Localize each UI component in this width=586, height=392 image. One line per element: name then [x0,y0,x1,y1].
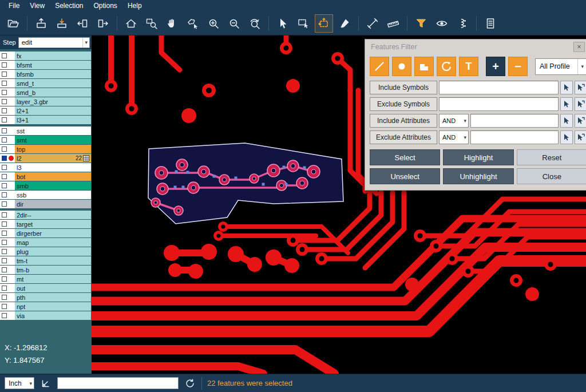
line-tool-button[interactable] [370,57,389,76]
layer-visibility-checkbox[interactable] [2,212,7,217]
layer-row[interactable]: fx [0,52,91,60]
filter-row-label-button[interactable]: Include Symbols [370,81,437,94]
layer-visibility-checkbox[interactable] [2,221,7,227]
layer-visibility-checkbox[interactable] [2,108,7,113]
and-operator-select[interactable]: AND ▾ [439,114,469,128]
filter-button[interactable] [413,15,430,32]
filter-row-input[interactable] [439,97,559,111]
home-button[interactable] [122,15,140,32]
layer-visibility-checkbox[interactable] [2,72,7,77]
measure-line-button[interactable] [364,15,381,32]
layer-grid-icon[interactable] [83,155,89,161]
layer-visibility-checkbox[interactable] [2,192,7,197]
filter-row-label-button[interactable]: Include Attributes [370,114,437,128]
menu-item[interactable]: Options [89,1,122,11]
pan-button[interactable] [164,15,181,32]
pick-from-list-button[interactable] [575,97,586,111]
layer-row[interactable]: sst [0,126,91,135]
layer-row[interactable]: layer_3.gbr [0,97,91,106]
zoom-out-button[interactable] [225,15,243,32]
transform-select-button[interactable] [315,15,332,32]
layer-row[interactable]: l2+1 [0,106,91,115]
zoom-in-button[interactable] [205,15,222,32]
dialog-button[interactable]: Select [370,149,440,165]
layer-visibility-checkbox[interactable] [2,165,7,170]
pick-from-screen-button[interactable] [560,114,573,128]
filter-row-input[interactable] [470,130,559,144]
arc-tool-button[interactable] [437,57,456,76]
surface-tool-button[interactable] [414,57,434,76]
layer-visibility-checkbox[interactable] [2,295,7,300]
layer-row[interactable]: target [0,220,91,228]
layer-visibility-checkbox[interactable] [2,313,7,318]
origin-button[interactable] [39,377,52,390]
pick-from-list-button[interactable] [575,81,586,94]
unit-select[interactable]: Inch ▾ [5,377,34,389]
layer-visibility-checkbox[interactable] [2,240,7,245]
pick-from-list-button[interactable] [575,130,586,144]
pad-tool-button[interactable] [392,57,411,76]
active-layer-indicator[interactable] [7,156,15,161]
layer-row[interactable]: l3 [0,163,91,172]
layer-visibility-checkbox[interactable] [2,117,7,122]
layer-visibility-checkbox[interactable] [2,99,7,104]
layer-visibility-checkbox[interactable] [2,183,7,188]
layer-row[interactable]: out [0,284,91,292]
layer-visibility-checkbox[interactable] [2,137,7,142]
layer-row[interactable]: bfsmb [0,70,91,78]
layer-row[interactable]: ssb [0,191,91,199]
filter-row-input[interactable] [439,81,559,94]
filter-row-input[interactable] [470,114,559,128]
layer-row[interactable]: tm-t [0,256,91,265]
layer-row[interactable]: npt [0,302,91,311]
menu-item[interactable]: File [3,1,25,11]
shift-right-button[interactable] [94,15,112,32]
zoom-refresh-button[interactable] [246,15,263,32]
layer-visibility-checkbox[interactable] [2,174,7,179]
command-input[interactable] [57,377,179,389]
layer-row[interactable]: pth [0,293,91,302]
layer-row[interactable]: tm-b [0,266,91,274]
layer-visibility-checkbox[interactable] [2,146,7,152]
visibility-button[interactable] [433,15,450,32]
open-folder-button[interactable] [5,15,22,32]
layer-visibility-checkbox[interactable] [2,53,7,58]
layer-visibility-checkbox[interactable] [2,90,7,95]
layer-row[interactable]: via [0,311,91,320]
menu-item[interactable]: Selection [50,1,88,11]
step-select[interactable]: edit ▾ [18,37,90,48]
zoom-area-button[interactable] [143,15,160,32]
layer-visibility-checkbox[interactable] [2,231,7,236]
layer-row[interactable]: l2 22 [0,154,91,163]
layer-row[interactable]: smd_t [0,79,91,88]
pick-from-screen-button[interactable] [560,81,573,94]
layer-visibility-checkbox[interactable] [2,128,7,133]
dialog-button[interactable]: Close [517,168,586,184]
layer-visibility-checkbox[interactable] [2,62,7,68]
dialog-button[interactable]: Unhighlight [443,168,513,184]
rect-select-button[interactable] [295,15,312,32]
layer-row[interactable]: top [0,145,91,153]
layer-row[interactable]: 2dir-- [0,211,91,219]
layer-visibility-checkbox[interactable] [2,267,7,272]
layer-visibility-checkbox[interactable] [2,156,7,161]
layer-row[interactable]: bot [0,172,91,181]
layer-row[interactable]: smt [0,136,91,144]
filter-row-label-button[interactable]: Exclude Symbols [370,97,437,111]
layer-visibility-checkbox[interactable] [2,286,7,291]
layer-row[interactable]: plug [0,247,91,256]
layer-row[interactable]: smd_b [0,88,91,97]
menu-item[interactable]: Help [122,1,147,11]
layer-row[interactable]: mt [0,275,91,283]
report-button[interactable] [482,15,499,32]
layer-visibility-checkbox[interactable] [2,276,7,282]
dialog-button[interactable]: Reset [517,149,586,165]
remove-icon[interactable]: − [508,57,528,76]
dialog-titlebar[interactable]: Features Filter × [365,39,586,54]
layer-row[interactable]: smb [0,181,91,190]
and-operator-select[interactable]: AND ▾ [439,130,469,144]
text-tool-button[interactable]: T [459,57,478,76]
dialog-button[interactable]: Highlight [443,149,513,165]
layer-visibility-checkbox[interactable] [2,81,7,86]
refresh-button[interactable] [184,377,196,390]
